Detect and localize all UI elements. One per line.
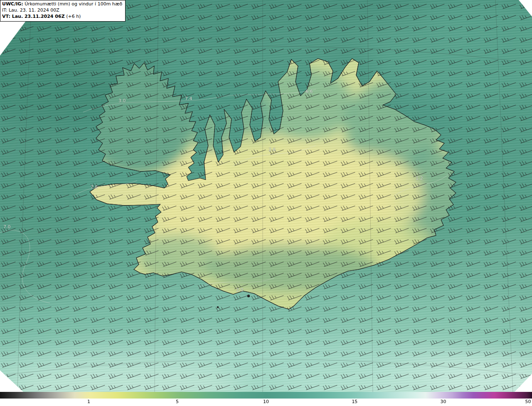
colorbar-tick: 50 bbox=[525, 399, 531, 404]
model-name: UWC/IG: bbox=[2, 1, 23, 7]
colorbar-gradient bbox=[0, 392, 532, 399]
colorbar-tick: 30 bbox=[441, 399, 446, 404]
valid-time-offset: (+6 h) bbox=[66, 14, 81, 19]
colorbar-tick: 10 bbox=[263, 399, 269, 404]
model-info-panel: UWC/IG: Úrkomumætti (mm) og vindur í 100… bbox=[0, 0, 126, 22]
wind-barbs-layer bbox=[0, 0, 532, 392]
valid-time: VT: Lau. 23.11.2024 06Z bbox=[2, 14, 65, 19]
colorbar: 1 5 10 15 30 50 bbox=[0, 392, 532, 406]
colorbar-tick: 5 bbox=[176, 399, 179, 404]
colorbar-tick: 15 bbox=[352, 399, 357, 404]
map-canvas bbox=[0, 0, 532, 392]
colorbar-labels: 1 5 10 15 30 50 bbox=[0, 399, 532, 406]
valid-time-line: VT: Lau. 23.11.2024 06Z (+6 h) bbox=[2, 14, 122, 20]
init-time: IT: Lau. 23. 11. 2024 00Z bbox=[2, 7, 122, 14]
weather-map-viewport: 3.0 7.4 6.6 2.6 7.6 1.2 7.0 2.0 UWC/IG: … bbox=[0, 0, 532, 406]
product-line: UWC/IG: Úrkomumætti (mm) og vindur í 100… bbox=[2, 1, 122, 7]
colorbar-tick: 1 bbox=[87, 399, 90, 404]
product-title: Úrkomumætti (mm) og vindur í 100m hæð bbox=[25, 1, 122, 7]
